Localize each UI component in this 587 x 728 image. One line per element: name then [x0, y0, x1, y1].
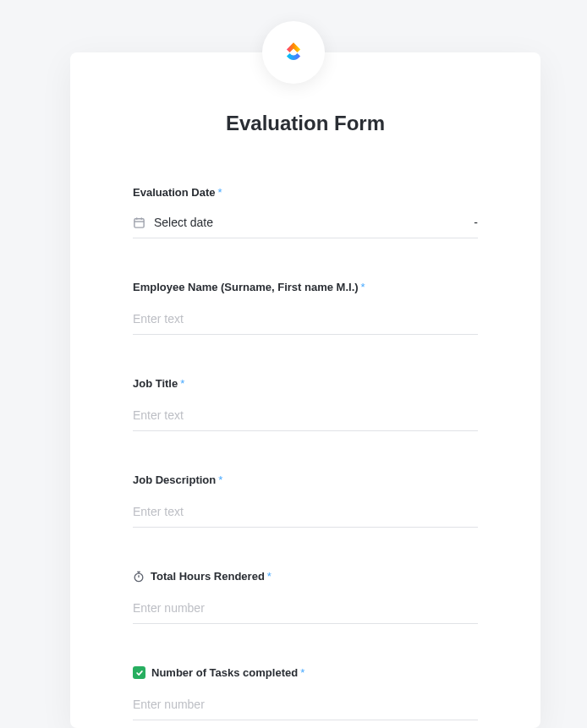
tasks-completed-input[interactable] — [133, 691, 478, 720]
svg-rect-0 — [134, 218, 144, 227]
job-title-label: Job Title* — [133, 377, 478, 390]
date-suffix: - — [474, 216, 478, 229]
field-job-title: Job Title* — [133, 377, 478, 431]
employee-name-input[interactable] — [133, 305, 478, 335]
total-hours-label: Total Hours Rendered* — [133, 570, 478, 583]
required-asterisk: * — [361, 281, 365, 293]
form-body: Evaluation Date* Select date - Employee … — [70, 186, 540, 720]
calendar-icon — [133, 216, 145, 229]
field-tasks-completed: Number of Tasks completed* — [133, 666, 478, 720]
required-asterisk: * — [180, 377, 184, 390]
clickup-logo-icon — [278, 37, 309, 68]
field-total-hours: Total Hours Rendered* — [133, 570, 478, 624]
job-description-input[interactable] — [133, 498, 478, 528]
field-evaluation-date: Evaluation Date* Select date - — [133, 186, 478, 238]
required-asterisk: * — [218, 186, 222, 199]
check-icon — [133, 666, 145, 679]
field-job-description: Job Description* — [133, 473, 478, 528]
app-logo — [262, 21, 325, 84]
required-asterisk: * — [300, 666, 304, 679]
tasks-completed-label: Number of Tasks completed* — [133, 666, 478, 679]
required-asterisk: * — [218, 473, 222, 486]
form-title: Evaluation Form — [70, 112, 540, 135]
evaluation-date-label: Evaluation Date* — [133, 186, 478, 199]
required-asterisk: * — [267, 570, 272, 583]
job-description-label: Job Description* — [133, 473, 478, 486]
employee-name-label: Employee Name (Surname, First name M.I.)… — [133, 281, 478, 293]
date-placeholder: Select date — [154, 216, 465, 229]
form-card: Evaluation Form Evaluation Date* Select … — [70, 52, 540, 728]
job-title-input[interactable] — [133, 402, 478, 431]
stopwatch-icon — [133, 571, 145, 583]
date-picker[interactable]: Select date - — [133, 211, 478, 238]
total-hours-input[interactable] — [133, 594, 478, 624]
field-employee-name: Employee Name (Surname, First name M.I.)… — [133, 281, 478, 335]
